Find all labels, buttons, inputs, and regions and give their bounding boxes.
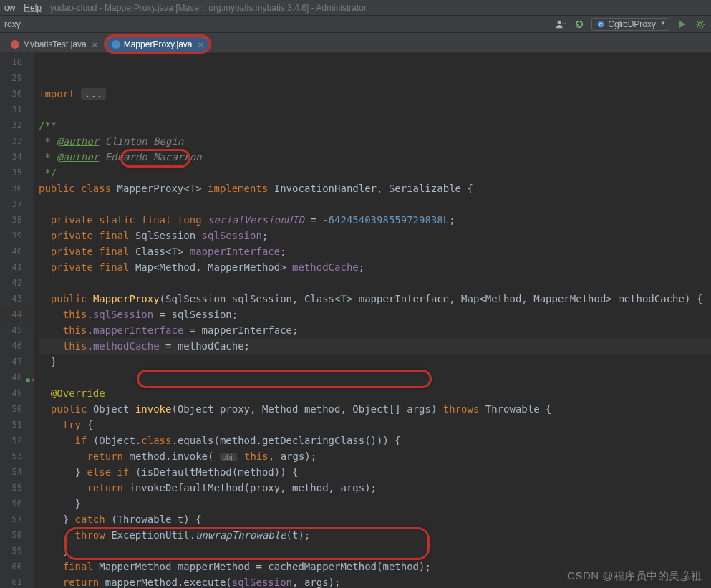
line-number: 56 bbox=[0, 496, 31, 511]
tab-MapperProxyjava[interactable]: MapperProxy.java✕ bbox=[105, 36, 210, 52]
breadcrumb[interactable]: roxy bbox=[4, 19, 21, 29]
code-line[interactable]: throw ExceptionUtil.unwrapThrowable(t); bbox=[39, 527, 711, 543]
code-line[interactable]: * @author Clinton Begin bbox=[39, 133, 711, 149]
run-config-select[interactable]: C CglibDProxy bbox=[591, 18, 669, 31]
line-number: 31 bbox=[0, 102, 31, 117]
tab-MybatisTestjava[interactable]: MybatisTest.java✕ bbox=[4, 37, 104, 52]
code-line[interactable]: /** bbox=[39, 117, 711, 133]
run-icon[interactable] bbox=[675, 18, 688, 31]
code-line[interactable]: * @author Eduardo Macarron bbox=[39, 149, 711, 165]
line-number: 46 bbox=[0, 338, 31, 354]
line-number: 39 bbox=[0, 228, 31, 244]
code-line[interactable]: return method.invoke( obj: this, args); bbox=[39, 448, 711, 464]
code-line[interactable]: import ... bbox=[39, 86, 711, 102]
line-number: 52 bbox=[0, 433, 31, 448]
code-line[interactable]: } bbox=[39, 496, 711, 511]
code-line[interactable] bbox=[39, 275, 711, 291]
menubar: ow Help yudao-cloud - MapperProxy.java [… bbox=[0, 0, 711, 16]
line-number: 40 bbox=[0, 244, 31, 259]
line-number: 60 bbox=[0, 559, 31, 574]
code-line[interactable] bbox=[39, 196, 711, 212]
code-line[interactable]: return invokeDefaultMethod(proxy, method… bbox=[39, 480, 711, 496]
close-icon[interactable]: ✕ bbox=[198, 41, 203, 49]
svg-point-0 bbox=[558, 20, 561, 24]
line-number: 33 bbox=[0, 133, 31, 149]
line-number: 58 bbox=[0, 527, 31, 543]
line-number: 41 bbox=[0, 259, 31, 275]
line-number: 43 bbox=[0, 291, 31, 307]
line-number: 53 bbox=[0, 448, 31, 464]
window-title: yudao-cloud - MapperProxy.java [Maven: o… bbox=[50, 3, 367, 13]
code-line[interactable]: try { bbox=[39, 417, 711, 433]
gutter: 1829303132333435363738394041424344454647… bbox=[0, 53, 34, 588]
fold-ellipsis[interactable]: ... bbox=[81, 88, 106, 100]
code-line[interactable]: private final SqlSession sqlSession; bbox=[39, 228, 711, 244]
code-line[interactable]: } catch (Throwable t) { bbox=[39, 511, 711, 527]
line-number: 47 bbox=[0, 354, 31, 370]
file-icon bbox=[11, 40, 19, 49]
code-line[interactable]: } bbox=[39, 543, 711, 559]
code-line[interactable]: public MapperProxy(SqlSession sqlSession… bbox=[39, 291, 711, 307]
code-line[interactable]: @Override bbox=[39, 385, 711, 401]
code-line[interactable]: this.sqlSession = sqlSession; bbox=[39, 307, 711, 322]
tab-label: MybatisTest.java bbox=[23, 39, 87, 49]
line-number: 50 bbox=[0, 401, 31, 417]
line-number: 29 bbox=[0, 70, 31, 86]
code-line[interactable]: } bbox=[39, 354, 711, 370]
line-number: 54 bbox=[0, 464, 31, 480]
line-number: 44 bbox=[0, 307, 31, 322]
line-number: 30 bbox=[0, 86, 31, 102]
code-line[interactable]: private final Map<Method, MapperMethod> … bbox=[39, 259, 711, 275]
line-number: 18 bbox=[0, 54, 31, 70]
file-icon bbox=[112, 40, 120, 49]
line-number: 36 bbox=[0, 180, 31, 196]
tab-label: MapperProxy.java bbox=[124, 39, 193, 49]
line-number: 59 bbox=[0, 543, 31, 559]
line-number: 32 bbox=[0, 117, 31, 133]
code-line[interactable]: public class MapperProxy<T> implements I… bbox=[39, 180, 711, 196]
line-number: 34 bbox=[0, 149, 31, 165]
code-line[interactable]: this.mapperInterface = mapperInterface; bbox=[39, 322, 711, 338]
menu-help[interactable]: Help bbox=[24, 3, 42, 13]
code-line[interactable]: } else if (isDefaultMethod(method)) { bbox=[39, 464, 711, 480]
line-number: 57 bbox=[0, 511, 31, 527]
menu-window[interactable]: ow bbox=[4, 3, 15, 13]
navbar: roxy C CglibDProxy bbox=[0, 16, 711, 33]
editor-tabs: MybatisTest.java✕MapperProxy.java✕ bbox=[0, 33, 711, 53]
vcs-refresh-icon[interactable] bbox=[573, 18, 586, 31]
editor: 1829303132333435363738394041424344454647… bbox=[0, 53, 711, 588]
svg-point-3 bbox=[698, 22, 702, 26]
watermark: CSDN @程序员中的吴彦祖 bbox=[567, 568, 702, 584]
svg-text:C: C bbox=[599, 21, 604, 28]
code-line[interactable]: public Object invoke(Object proxy, Metho… bbox=[39, 401, 711, 417]
line-number: 51 bbox=[0, 417, 31, 433]
line-number: 48●↑ bbox=[0, 370, 31, 385]
param-hint: obj: bbox=[220, 453, 237, 461]
code-line[interactable]: if (Object.class.equals(method.getDeclar… bbox=[39, 433, 711, 448]
line-number: 37 bbox=[0, 196, 31, 212]
code-line[interactable] bbox=[39, 370, 711, 385]
code-line[interactable]: this.methodCache = methodCache; bbox=[39, 338, 711, 354]
line-number: 49 bbox=[0, 385, 31, 401]
close-icon[interactable]: ✕ bbox=[92, 41, 97, 49]
line-number: 38 bbox=[0, 212, 31, 228]
line-number: 61 bbox=[0, 574, 31, 588]
code-line[interactable]: */ bbox=[39, 165, 711, 180]
line-number: 35 bbox=[0, 165, 31, 180]
code-line[interactable] bbox=[39, 102, 711, 117]
line-number: 42 bbox=[0, 275, 31, 291]
gear-icon[interactable] bbox=[694, 18, 707, 31]
code-line[interactable]: private final Class<T> mapperInterface; bbox=[39, 244, 711, 259]
code-line[interactable]: private static final long serialVersionU… bbox=[39, 212, 711, 228]
code-area[interactable]: import .../** * @author Clinton Begin * … bbox=[34, 53, 711, 588]
line-number: 55 bbox=[0, 480, 31, 496]
line-number: 45 bbox=[0, 322, 31, 338]
user-drop-icon[interactable] bbox=[554, 18, 567, 31]
